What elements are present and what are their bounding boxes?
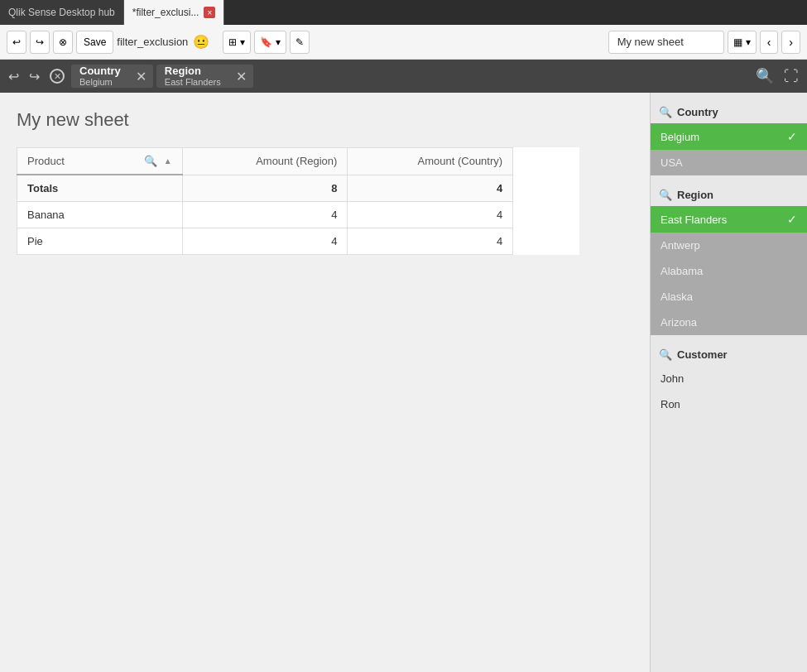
filter-forward-button[interactable]: ↪ — [26, 65, 43, 88]
filter-search-button[interactable]: 🔍 — [752, 64, 777, 89]
customer-item-john[interactable]: John — [651, 366, 807, 391]
amount-country: 4 — [348, 202, 513, 228]
region-item-arizona[interactable]: Arizona — [651, 310, 807, 335]
forward-icon: ↪ — [36, 36, 44, 48]
sort-arrow: ▲ — [164, 156, 172, 166]
chart-icon: ▦ — [733, 36, 742, 48]
filename-display: filter_exclusion 😐 — [117, 34, 209, 50]
region-item-label: East Flanders — [660, 214, 727, 226]
country-item-usa[interactable]: USA — [651, 150, 807, 175]
filter-bar-actions: 🔍 ⛶ — [752, 64, 802, 89]
checkmark-icon: ✓ — [787, 130, 797, 143]
title-bar: Qlik Sense Desktop hub *filter_exclusi..… — [0, 0, 807, 25]
customer-section-label: Customer — [677, 348, 728, 361]
chart-button[interactable]: ▦ ▾ — [728, 31, 757, 54]
region-search-icon[interactable]: 🔍 — [659, 189, 672, 201]
country-item-label: Belgium — [660, 131, 699, 143]
next-icon: › — [789, 36, 793, 49]
edit-icon: ✎ — [295, 36, 304, 48]
product-search-icon[interactable]: 🔍 — [144, 155, 157, 167]
layout-icon: ⊞ — [228, 36, 237, 48]
filter-bar: ↩ ↪ ✕ Country Belgium ✕ Region East Flan… — [0, 60, 807, 93]
country-filter-section: 🔍 Country Belgium ✓ USA — [651, 101, 807, 175]
country-item-label: USA — [660, 156, 683, 169]
table-header-row: Product 🔍 ▲ Amount (Region) Amount (Coun… — [17, 148, 579, 175]
region-filter-section: 🔍 Region East Flanders ✓ Antwerp Alabama… — [651, 184, 807, 335]
amount-region: 4 — [182, 202, 348, 228]
next-sheet-button[interactable]: › — [781, 31, 800, 54]
edit-button[interactable]: ✎ — [290, 31, 310, 54]
prev-sheet-button[interactable]: ‹ — [760, 31, 779, 54]
chart-arrow: ▾ — [746, 36, 751, 48]
sheet-area: My new sheet Product 🔍 ▲ Amoun — [0, 93, 650, 672]
product-table: Product 🔍 ▲ Amount (Region) Amount (Coun… — [17, 147, 579, 255]
bookmark-button[interactable]: 🔖 ▾ — [254, 31, 286, 54]
col-header-amount-country: Amount (Country) — [348, 148, 513, 175]
bookmark-arrow: ▾ — [276, 36, 281, 48]
save-label: Save — [84, 36, 106, 48]
region-item-alabama[interactable]: Alabama — [651, 258, 807, 284]
forward-button[interactable]: ↪ — [30, 31, 50, 54]
filter-back-icon: ↩ — [8, 69, 19, 84]
filter-clear-button[interactable]: ✕ — [46, 65, 68, 87]
right-panel: 🔍 Country Belgium ✓ USA 🔍 Region East Fl… — [650, 93, 807, 672]
country-item-belgium[interactable]: Belgium ✓ — [651, 123, 807, 150]
filter-search-icon: 🔍 — [756, 67, 774, 85]
customer-section-title: 🔍 Customer — [651, 343, 807, 366]
totals-label: Totals — [17, 175, 183, 202]
sheet-title: My new sheet — [17, 109, 633, 131]
tab-close-button[interactable]: × — [204, 7, 215, 18]
region-section-label: Region — [677, 189, 713, 201]
region-item-east-flanders[interactable]: East Flanders ✓ — [651, 206, 807, 233]
back-button[interactable]: ↩ — [7, 31, 26, 54]
customer-filter-section: 🔍 Customer John Ron — [651, 343, 807, 417]
active-tab-label: *filter_exclusi... — [132, 7, 199, 18]
filter-fullscreen-icon: ⛶ — [784, 68, 799, 85]
region-item-antwerp[interactable]: Antwerp — [651, 233, 807, 258]
hub-tab-label: Qlik Sense Desktop hub — [8, 7, 115, 18]
filter-clear-icon: ✕ — [50, 69, 65, 84]
sheet-name-display: My new sheet — [608, 31, 724, 54]
customer-item-ron[interactable]: Ron — [651, 391, 807, 417]
region-item-label: Antwerp — [660, 239, 700, 252]
prev-icon: ‹ — [767, 36, 771, 49]
totals-amount-country: 4 — [348, 175, 513, 202]
toolbar: ↩ ↪ ⊗ Save filter_exclusion 😐 ⊞ ▾ 🔖 ▾ ✎ … — [0, 25, 807, 60]
col-header-product: Product 🔍 ▲ — [17, 148, 183, 175]
checkmark-icon: ✓ — [787, 213, 797, 226]
country-search-icon[interactable]: 🔍 — [659, 106, 672, 118]
country-filter-chip[interactable]: Country Belgium ✕ — [71, 65, 153, 88]
table-row: Pie 4 4 — [17, 228, 579, 255]
col-header-amount-region: Amount (Region) — [182, 148, 348, 175]
customer-item-label: Ron — [660, 398, 680, 410]
customer-item-label: John — [660, 372, 684, 385]
filter-forward-icon: ↪ — [29, 69, 40, 84]
clear-icon: ⊗ — [59, 36, 67, 48]
hub-tab[interactable]: Qlik Sense Desktop hub — [0, 0, 124, 25]
region-item-label: Alabama — [660, 265, 703, 277]
amount-country: 4 — [348, 228, 513, 255]
country-filter-close[interactable]: ✕ — [129, 65, 153, 88]
region-filter-label: Region East Flanders — [156, 65, 229, 88]
customer-search-icon[interactable]: 🔍 — [659, 348, 672, 361]
region-filter-name: Region — [165, 65, 221, 77]
region-filter-chip[interactable]: Region East Flanders ✕ — [156, 65, 253, 88]
table-row: Banana 4 4 — [17, 202, 579, 228]
region-item-label: Alaska — [660, 290, 693, 303]
filter-fullscreen-button[interactable]: ⛶ — [781, 64, 802, 89]
layout-button[interactable]: ⊞ ▾ — [223, 31, 251, 54]
region-filter-close[interactable]: ✕ — [229, 65, 253, 88]
clear-button[interactable]: ⊗ — [53, 31, 73, 54]
region-item-alaska[interactable]: Alaska — [651, 284, 807, 310]
totals-row: Totals 8 4 — [17, 175, 579, 202]
layout-arrow: ▾ — [240, 36, 245, 48]
country-section-title: 🔍 Country — [651, 101, 807, 123]
sheet-name-text: My new sheet — [617, 36, 684, 48]
save-button[interactable]: Save — [76, 31, 113, 54]
region-section-title: 🔍 Region — [651, 184, 807, 206]
filename-text: filter_exclusion — [117, 36, 188, 48]
active-tab[interactable]: *filter_exclusi... × — [124, 0, 225, 25]
back-icon: ↩ — [12, 36, 21, 48]
region-filter-value: East Flanders — [165, 77, 221, 88]
filter-back-button[interactable]: ↩ — [5, 65, 22, 88]
